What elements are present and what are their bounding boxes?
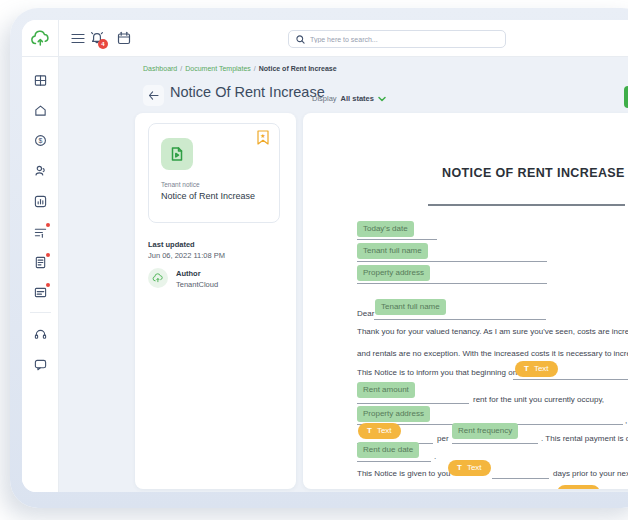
main-content: Dashboard / Document Templates / Notice …: [59, 57, 628, 492]
text-tool-icon: T: [524, 364, 529, 373]
app-window: 4 $: [22, 20, 628, 492]
sidebar-item-feedback[interactable]: [34, 357, 47, 370]
back-button[interactable]: [143, 85, 164, 106]
document-preview-panel: NOTICE OF RENT INCREASE Today's date Ten…: [303, 113, 628, 489]
field-tag-property-address[interactable]: Property address: [357, 406, 430, 422]
notification-dot: [46, 223, 50, 227]
breadcrumb-dashboard[interactable]: Dashboard: [143, 65, 177, 72]
svg-text:$: $: [39, 137, 43, 144]
menu-hamburger-icon[interactable]: [71, 33, 85, 44]
tenantcloud-avatar-icon: [152, 273, 164, 283]
display-filter[interactable]: Display All states: [312, 94, 386, 103]
author-value: TenantCloud: [176, 280, 218, 289]
blank-line: [357, 283, 547, 284]
text-tool-icon: T: [367, 426, 372, 435]
blank-line: [513, 379, 628, 380]
field-tag-tenant-full-name[interactable]: Tenant full name: [375, 299, 446, 315]
sidebar-item-dashboard[interactable]: [34, 73, 47, 86]
breadcrumb-document-templates[interactable]: Document Templates: [185, 65, 251, 72]
notification-dot: [46, 253, 50, 257]
search-icon: [296, 35, 305, 44]
sidebar-divider: [30, 312, 51, 313]
text-tool-label: Text: [534, 364, 549, 373]
tenantcloud-logo-icon[interactable]: [30, 30, 51, 47]
field-tag-todays-date[interactable]: Today's date: [357, 221, 414, 237]
dashboard-grid-icon: [34, 74, 47, 87]
document-heading: NOTICE OF RENT INCREASE: [442, 166, 625, 180]
sidebar-item-messages[interactable]: [34, 285, 47, 298]
field-tag-rent-amount[interactable]: Rent amount: [357, 382, 415, 398]
breadcrumb-separator: /: [254, 65, 256, 72]
author-avatar: [148, 268, 168, 288]
sidebar-item-payments[interactable]: $: [34, 133, 47, 146]
sidebar-item-contacts[interactable]: [34, 163, 47, 176]
text-tool-label: Text: [467, 463, 482, 472]
chevron-down-icon: [378, 96, 386, 102]
field-tag-tenant-full-name[interactable]: Tenant full name: [357, 243, 428, 259]
body-line: . This rental payment is due: [541, 434, 628, 443]
svg-text:★: ★: [260, 133, 265, 139]
template-info-panel: ★ Tenant notice Notice of Rent Increase …: [135, 113, 296, 489]
blank-line: [452, 443, 538, 444]
message-card-icon: [34, 286, 47, 299]
sidebar-item-home[interactable]: [34, 103, 47, 116]
body-line: This Notice is given to you: [357, 469, 450, 478]
dollar-circle-icon: $: [34, 134, 47, 147]
search-input[interactable]: [310, 36, 490, 43]
headset-icon: [34, 328, 47, 341]
breadcrumb-separator: /: [180, 65, 182, 72]
body-line: rent for the unit you currently occupy,: [473, 395, 604, 404]
blank-line: [357, 461, 431, 462]
body-line: days prior to your next rental payment: [553, 469, 628, 478]
bookmark-star-icon[interactable]: ★: [257, 130, 269, 145]
document-icon: [34, 256, 47, 269]
sidebar-item-reports[interactable]: [34, 194, 47, 207]
breadcrumb-current: Notice of Rent Increase: [259, 65, 337, 72]
text-tool-icon: T: [566, 488, 571, 489]
last-updated-label: Last updated: [148, 240, 195, 249]
body-line: and rentals are no exception. With the i…: [357, 349, 628, 358]
author-label: Author: [176, 269, 201, 278]
primary-action-button[interactable]: [624, 86, 628, 108]
body-line: .: [434, 452, 436, 461]
template-card[interactable]: ★ Tenant notice Notice of Rent Increase: [148, 123, 280, 223]
blank-line: [492, 478, 549, 479]
breadcrumb: Dashboard / Document Templates / Notice …: [143, 65, 337, 72]
field-tag-rent-due-date[interactable]: Rent due date: [357, 442, 419, 458]
blank-line: [374, 319, 546, 320]
body-line: Thank you for your valued tenancy. As I …: [357, 327, 628, 336]
display-label: Display: [312, 94, 337, 103]
back-arrow-icon: [148, 91, 159, 100]
sidebar-item-support[interactable]: [34, 327, 47, 340]
text-tool-label: Text: [377, 426, 392, 435]
sidebar: $: [22, 57, 59, 492]
sliders-icon: [34, 226, 47, 239]
text-tool-tag[interactable]: T Text: [358, 423, 401, 439]
text-tool-icon: T: [457, 463, 462, 472]
chart-box-icon: [34, 195, 47, 208]
field-tag-rent-frequency[interactable]: Rent frequency: [452, 423, 518, 439]
people-icon: [34, 164, 47, 177]
text-tool-tag[interactable]: T Text: [448, 460, 491, 476]
template-file-icon: [169, 146, 185, 162]
display-value: All states: [341, 94, 374, 103]
notifications-bell-icon[interactable]: 4: [90, 31, 108, 47]
global-search[interactable]: [288, 30, 506, 48]
text-tool-tag[interactable]: T Text: [557, 485, 600, 489]
heading-underline: [428, 204, 625, 206]
blank-line: [357, 261, 547, 262]
calendar-icon[interactable]: [117, 31, 131, 45]
notification-dot: [46, 283, 50, 287]
sidebar-item-maintenance[interactable]: [34, 225, 47, 238]
logo-cell: [22, 20, 59, 57]
salutation-text: Dear: [357, 309, 374, 318]
page-title: Notice Of Rent Increase: [170, 84, 325, 100]
notification-badge: 4: [98, 39, 108, 49]
blank-line: [357, 239, 437, 240]
text-tool-label: Text: [576, 488, 591, 489]
template-category: Tenant notice: [161, 181, 200, 188]
chat-bubble-icon: [34, 358, 47, 371]
field-tag-property-address[interactable]: Property address: [357, 265, 430, 281]
text-tool-tag[interactable]: T Text: [515, 361, 558, 377]
sidebar-item-documents[interactable]: [34, 255, 47, 268]
